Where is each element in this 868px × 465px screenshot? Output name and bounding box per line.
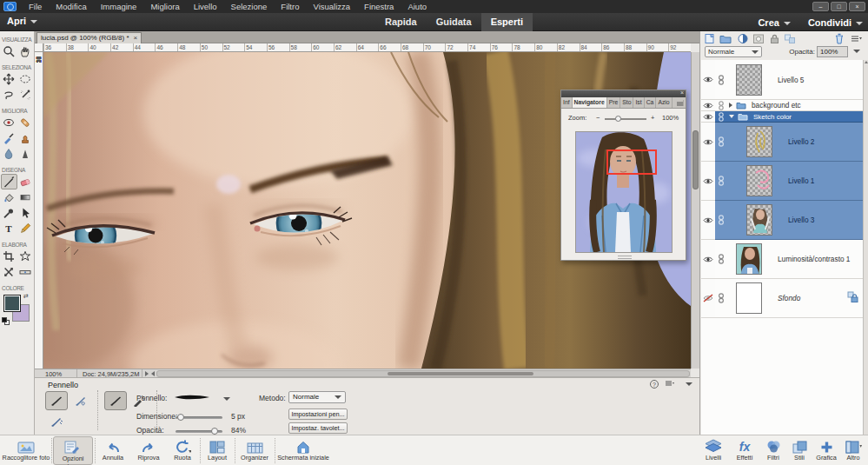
group-name[interactable]: background etc: [752, 101, 801, 110]
styles-panel-button[interactable]: Stili: [787, 436, 812, 465]
navigator-titlebar[interactable]: ×: [561, 90, 686, 97]
minimize-button[interactable]: –: [812, 2, 829, 11]
opacity-slider-thumb[interactable]: [211, 428, 218, 435]
locked-layer-icon[interactable]: [847, 290, 858, 306]
redo-button[interactable]: Riprova: [132, 436, 165, 465]
red-eye-tool-icon[interactable]: [1, 115, 17, 130]
layer-visibility-toggle[interactable]: [701, 123, 715, 162]
hand-tool-icon[interactable]: [17, 43, 34, 59]
layer-visibility-toggle[interactable]: [701, 279, 715, 318]
menu-item[interactable]: Filtro: [274, 0, 306, 13]
tab-guidata[interactable]: Guidata: [427, 13, 481, 31]
zoom-tool-icon[interactable]: [1, 43, 17, 59]
layer-thumbnail[interactable]: [736, 64, 762, 96]
horizontal-scrollbar[interactable]: [156, 370, 690, 377]
zoom-out-button[interactable]: −: [596, 114, 600, 122]
menu-item[interactable]: Migliora: [143, 0, 186, 13]
eyedropper-tool-icon[interactable]: [1, 205, 17, 221]
undo-button[interactable]: Annulla: [96, 436, 129, 465]
layer-group-row[interactable]: Sketch color: [701, 111, 864, 123]
status-next-icon[interactable]: [145, 371, 149, 376]
group-name[interactable]: Sketch color: [753, 113, 792, 121]
quick-selection-tool-icon[interactable]: [17, 87, 34, 103]
eraser-tool-icon[interactable]: [17, 174, 34, 189]
zoom-slider[interactable]: [605, 118, 646, 120]
brush-mode-button[interactable]: [104, 391, 127, 410]
tab-navigatore[interactable]: Navigatore: [573, 97, 607, 108]
layout-button[interactable]: Layout: [202, 436, 233, 465]
default-colors-icon[interactable]: [2, 317, 10, 326]
vertical-scrollbar[interactable]: [691, 52, 699, 369]
layer-thumbnail[interactable]: [736, 243, 762, 275]
layer-visibility-toggle[interactable]: [701, 60, 715, 100]
layer-thumbnail[interactable]: [746, 165, 772, 196]
panel-menu-icon[interactable]: [675, 100, 684, 106]
blur-tool-icon[interactable]: [1, 146, 17, 162]
swap-colors-icon[interactable]: ⇄: [23, 293, 29, 300]
collapse-group-icon[interactable]: [729, 115, 734, 118]
layer-row[interactable]: Livello 1: [701, 162, 864, 201]
menu-item[interactable]: Immagine: [94, 0, 144, 13]
sharpen-tool-icon[interactable]: [17, 146, 34, 162]
layer-thumbnail[interactable]: [736, 282, 762, 314]
status-prev-icon[interactable]: [151, 371, 155, 376]
rotate-button[interactable]: Ruota: [168, 436, 197, 465]
layer-thumbnail[interactable]: [746, 126, 772, 157]
layer-name[interactable]: Livello 2: [788, 137, 814, 146]
layer-name[interactable]: Luminosità/contrasto 1: [778, 255, 850, 263]
brush-stroke-preview[interactable]: [174, 393, 210, 403]
spot-healing-tool-icon[interactable]: [17, 115, 34, 130]
menu-item[interactable]: Modifica: [49, 0, 93, 13]
menu-item[interactable]: Livello: [187, 0, 224, 13]
size-slider-thumb[interactable]: [177, 414, 184, 421]
restore-button[interactable]: □: [831, 2, 847, 11]
scrollbar-thumb[interactable]: [388, 372, 533, 375]
layer-visibility-toggle[interactable]: [701, 162, 715, 201]
clone-stamp-tool-icon[interactable]: [17, 130, 34, 146]
close-icon[interactable]: ×: [680, 90, 684, 96]
effects-panel-button[interactable]: fx Effetti: [730, 436, 759, 465]
collapse-panel-icon[interactable]: [686, 382, 692, 386]
layer-name[interactable]: Sfondo: [778, 294, 800, 302]
layer-visibility-toggle[interactable]: [701, 100, 715, 111]
layer-group-row[interactable]: background etc: [701, 100, 864, 111]
crop-tool-icon[interactable]: [1, 249, 17, 264]
panel-resize-handle[interactable]: [618, 256, 632, 259]
menu-item[interactable]: Visualizza: [306, 0, 357, 13]
navigator-thumbnail[interactable]: [575, 131, 673, 253]
layer-thumbnail[interactable]: [746, 204, 772, 236]
size-slider[interactable]: [176, 416, 222, 419]
photo-bin-button[interactable]: Raccoglitore foto: [2, 436, 50, 465]
graphics-panel-button[interactable]: Grafica: [812, 436, 840, 465]
expand-group-icon[interactable]: [729, 103, 732, 108]
close-icon[interactable]: ×: [134, 34, 138, 42]
paint-bucket-tool-icon[interactable]: [1, 189, 17, 205]
home-screen-button[interactable]: Schermata iniziale: [276, 436, 330, 465]
tab-info[interactable]: Inf: [561, 97, 573, 108]
pencil-tool-icon[interactable]: [17, 221, 34, 236]
create-button[interactable]: Crea: [758, 17, 790, 28]
layers-scrollbar[interactable]: [863, 60, 868, 435]
scrollbar-thumb[interactable]: [692, 130, 699, 189]
help-icon[interactable]: ?: [650, 380, 659, 389]
chevron-down-icon[interactable]: [853, 50, 860, 53]
organizer-button[interactable]: Organizer: [236, 436, 273, 465]
layer-row[interactable]: Luminosità/contrasto 1: [701, 240, 864, 279]
tab-rapida[interactable]: Rapida: [375, 13, 427, 31]
mode-select[interactable]: Normale: [288, 391, 346, 403]
layer-name[interactable]: Livello 1: [788, 176, 814, 185]
move-tool-icon[interactable]: [1, 71, 17, 87]
brush-settings-button[interactable]: Impostazioni pen...: [288, 409, 348, 420]
layer-row[interactable]: Livello 2: [701, 123, 864, 162]
layer-row[interactable]: Sfondo: [701, 279, 864, 318]
tablet-settings-button[interactable]: Impostaz. tavolet...: [288, 422, 348, 434]
menu-item[interactable]: Selezione: [224, 0, 275, 13]
close-button[interactable]: ×: [849, 2, 865, 11]
smart-brush-tool-icon[interactable]: [1, 130, 17, 146]
layer-row[interactable]: Livello 3: [701, 201, 864, 240]
brush-variant-button[interactable]: [45, 391, 68, 410]
type-tool-icon[interactable]: T: [1, 221, 17, 236]
opacity-slider[interactable]: [176, 430, 222, 433]
layer-name[interactable]: Livello 5: [778, 76, 804, 84]
layers-panel-button[interactable]: Livelli: [698, 436, 729, 465]
